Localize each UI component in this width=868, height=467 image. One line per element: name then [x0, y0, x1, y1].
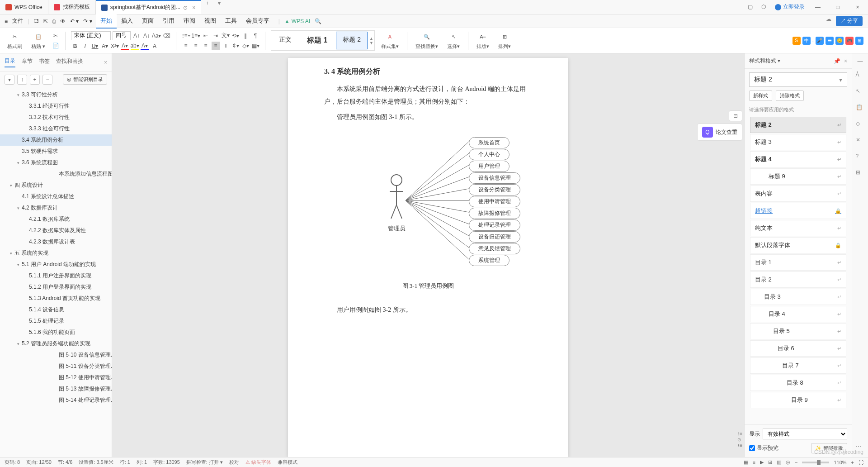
cube-icon[interactable]: ⬡ — [761, 4, 769, 11]
style-heading2[interactable]: 标题 2 — [336, 32, 368, 49]
tab-bookmark[interactable]: 书签 — [39, 57, 50, 67]
show-select[interactable]: 有效样式 — [763, 429, 847, 439]
find-group[interactable]: 🔍 查找替换▾ — [413, 31, 441, 50]
minimize-icon[interactable]: — — [811, 4, 825, 10]
align-center-icon[interactable]: ≡ — [192, 42, 200, 50]
style-up-icon[interactable]: ▲ — [369, 36, 373, 41]
outline-item[interactable]: ▾4.2 数据库设计 — [0, 202, 112, 214]
zoom-slider[interactable] — [802, 462, 829, 463]
ci-zh[interactable]: 中 — [802, 37, 811, 45]
select-tool-icon[interactable]: ↖ — [856, 88, 865, 97]
outline-item[interactable]: 4.2.1 数据库系统 — [0, 214, 112, 225]
outline-item[interactable]: 图 5-12 使用申请管理... — [0, 372, 112, 383]
paragraph-icon[interactable]: ¶ — [251, 32, 259, 40]
close-window-icon[interactable]: × — [851, 4, 864, 10]
decrease-indent-icon[interactable]: ⇤ — [202, 32, 210, 40]
maximize-icon[interactable]: □ — [831, 4, 844, 10]
outline-item[interactable]: ▾3.3 可行性分析 — [0, 89, 112, 100]
sort-group[interactable]: A≡ 排版▾ — [474, 31, 492, 50]
style-item[interactable]: 默认段落字体🔒 — [750, 237, 846, 253]
line-spacing-icon[interactable]: ‖ — [241, 32, 250, 40]
smart-outline-button[interactable]: ◎ 智能识别目录 — [63, 74, 107, 85]
border-icon[interactable]: ▦▾ — [251, 42, 259, 50]
share-button[interactable]: ↗ 分享 — [836, 16, 863, 26]
ci-comma[interactable]: , — [812, 37, 814, 45]
ci-kb[interactable]: ☰ — [826, 37, 834, 45]
style-down-icon[interactable]: ▼ — [369, 41, 373, 45]
redo-icon[interactable]: ↷ ▾ — [83, 18, 92, 24]
status-proof[interactable]: 校对 — [229, 459, 239, 466]
tab-docer[interactable]: 找稻壳模板 — [48, 0, 96, 14]
remove-icon[interactable]: − — [42, 75, 52, 85]
tab-chapter[interactable]: 章节 — [22, 57, 33, 67]
align-right-icon[interactable]: ≡ — [202, 42, 210, 50]
zoom-out-icon[interactable]: − — [795, 460, 797, 465]
close-icon[interactable]: × — [192, 5, 195, 11]
tab-dropdown[interactable]: ▾ — [213, 0, 225, 14]
outline-item[interactable]: 5.1.1 用户注册界面的实现 — [0, 270, 112, 281]
style-item[interactable]: 目录 7↵ — [750, 357, 846, 374]
login-button[interactable]: 立即登录 — [775, 3, 805, 11]
superscript-icon[interactable]: X²▾ — [111, 42, 119, 50]
status-spell[interactable]: 拼写检查: 打开 — [186, 459, 219, 465]
style-item[interactable]: 目录 5↵ — [750, 323, 846, 339]
level-dropdown[interactable]: ▾ — [5, 75, 14, 85]
view-web-icon[interactable]: ⊞ — [768, 459, 772, 465]
cut-icon[interactable]: ✂ — [52, 32, 60, 40]
tab-insert[interactable]: 插入 — [117, 14, 137, 29]
document-area[interactable]: H₂⫶⫶ Q 论文查重 ⊟ 3. 4 系统用例分析 本系统采用前后端分离的方式进… — [112, 53, 744, 457]
outline-item[interactable]: 5.1.2 用户登录界面的实现 — [0, 281, 112, 293]
tab-member[interactable]: 会员专享 — [241, 14, 274, 29]
shading-icon[interactable]: ◇▾ — [241, 42, 250, 50]
increase-indent-icon[interactable]: ⇥ — [212, 32, 220, 40]
font-select[interactable] — [71, 31, 111, 40]
text-direction-icon[interactable]: 文▾ — [222, 32, 230, 40]
outline-item[interactable]: ▾四 系统设计 — [0, 180, 112, 191]
zoom-in-icon[interactable]: + — [851, 460, 854, 465]
select-group[interactable]: ↖ 选择▾ — [444, 31, 462, 50]
tab-menu-icon[interactable]: ⊙ — [183, 5, 188, 11]
bold-icon[interactable]: B — [71, 42, 79, 50]
paste-group[interactable]: 📋 粘贴 ▾ — [28, 31, 48, 50]
preview-icon[interactable]: 👁 — [60, 18, 66, 24]
outline-item[interactable]: 3.5 软硬件需求 — [0, 146, 112, 157]
add-icon[interactable]: + — [30, 75, 40, 85]
style-item[interactable]: 目录 6↵ — [750, 340, 846, 357]
outline-item[interactable]: 4.1 系统设计总体描述 — [0, 191, 112, 202]
style-item[interactable]: 标题 9↵ — [750, 168, 846, 185]
italic-icon[interactable]: I — [81, 42, 89, 50]
clear-format-button[interactable]: 清除格式 — [776, 91, 804, 101]
search-icon[interactable]: 🔍 — [315, 18, 321, 24]
align-justify-icon[interactable]: ≡ — [212, 42, 220, 50]
style-heading1[interactable]: 标题 1 — [300, 32, 334, 49]
pin-icon[interactable]: 📌 — [834, 58, 840, 64]
paper-check-button[interactable]: Q 论文查重 — [697, 124, 742, 141]
format-painter-group[interactable]: ✂ 格式刷 — [5, 31, 25, 50]
line-height-icon[interactable]: ⇕▾ — [231, 42, 240, 50]
ci-s[interactable]: S — [793, 37, 801, 45]
style-normal[interactable]: 正文 — [272, 32, 298, 49]
view-page-icon[interactable]: ▦ — [744, 459, 748, 465]
tab-findreplace[interactable]: 查找和替换 — [56, 57, 83, 67]
view-focus-icon[interactable]: ◎ — [786, 459, 790, 465]
ci-game[interactable]: 🎮 — [845, 37, 854, 45]
style-item[interactable]: 目录 1↵ — [750, 254, 846, 271]
tab-outline[interactable]: 目录 — [5, 57, 15, 67]
tab-tools[interactable]: 工具 — [221, 14, 241, 29]
outline-item[interactable]: ▾五 系统的实现 — [0, 248, 112, 259]
distribute-icon[interactable]: ⫴ — [222, 42, 230, 50]
outline-item[interactable]: 4.2.2 数据库实体及属性 — [0, 225, 112, 236]
outline-item[interactable]: 5.1.4 设备信息 — [0, 304, 112, 315]
scroll-control-icon[interactable]: ⫶≡ — [737, 431, 742, 436]
asian-layout-icon[interactable]: ⟲▾ — [231, 32, 240, 40]
style-item[interactable]: 目录 2↵ — [750, 272, 846, 288]
tab-page[interactable]: 页面 — [137, 14, 158, 29]
outline-item[interactable]: 3.4 系统用例分析 — [0, 134, 112, 146]
ruler-icon[interactable]: ✕ — [856, 137, 865, 146]
change-case-icon[interactable]: Aa▾ — [152, 32, 160, 40]
move-up-icon[interactable]: ↑ — [17, 75, 27, 85]
fullscreen-icon[interactable]: ⛶ — [859, 460, 863, 465]
number-list-icon[interactable]: 1≡▾ — [192, 32, 200, 40]
style-item[interactable]: 目录 9↵ — [750, 392, 846, 408]
decrease-font-icon[interactable]: A↓ — [142, 32, 151, 40]
